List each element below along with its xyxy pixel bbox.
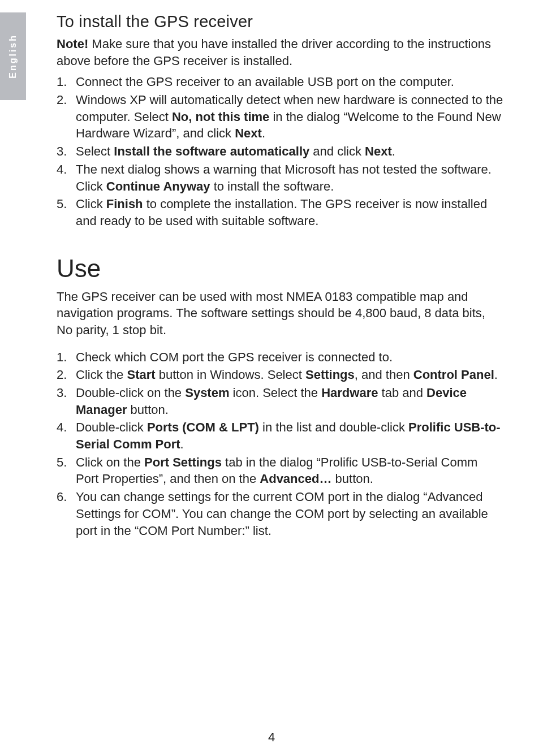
install-note: Note! Make sure that you have installed … <box>57 36 503 69</box>
install-step-5: Click Finish to complete the installatio… <box>57 196 503 229</box>
use-step-5: Click on the Port Settings tab in the di… <box>57 454 503 487</box>
note-prefix: Note! <box>57 37 92 51</box>
use-step-3: Double-click on the System icon. Select … <box>57 385 503 418</box>
install-steps: Connect the GPS receiver to an available… <box>57 74 503 229</box>
use-step-2: Click the Start button in Windows. Selec… <box>57 366 503 383</box>
install-step-4: The next dialog shows a warning that Mic… <box>57 161 503 195</box>
use-steps: Check which COM port the GPS receiver is… <box>57 349 503 539</box>
install-step-3: Select Install the software automaticall… <box>57 143 503 160</box>
use-intro: The GPS receiver can be used with most N… <box>57 288 503 339</box>
use-step-4: Double-click Ports (COM & LPT) in the li… <box>57 419 503 452</box>
language-tab: English <box>0 12 26 100</box>
use-heading: Use <box>57 254 503 283</box>
install-step-2: Windows XP will automatically detect whe… <box>57 92 503 142</box>
use-step-1: Check which COM port the GPS receiver is… <box>57 349 503 366</box>
language-tab-label: English <box>8 34 18 79</box>
document-page: English To install the GPS receiver Note… <box>0 0 543 756</box>
page-number: 4 <box>0 730 543 745</box>
use-step-6: You can change settings for the current … <box>57 489 503 539</box>
install-heading: To install the GPS receiver <box>57 12 503 31</box>
install-step-1: Connect the GPS receiver to an available… <box>57 74 503 90</box>
note-text: Make sure that you have installed the dr… <box>57 37 491 68</box>
